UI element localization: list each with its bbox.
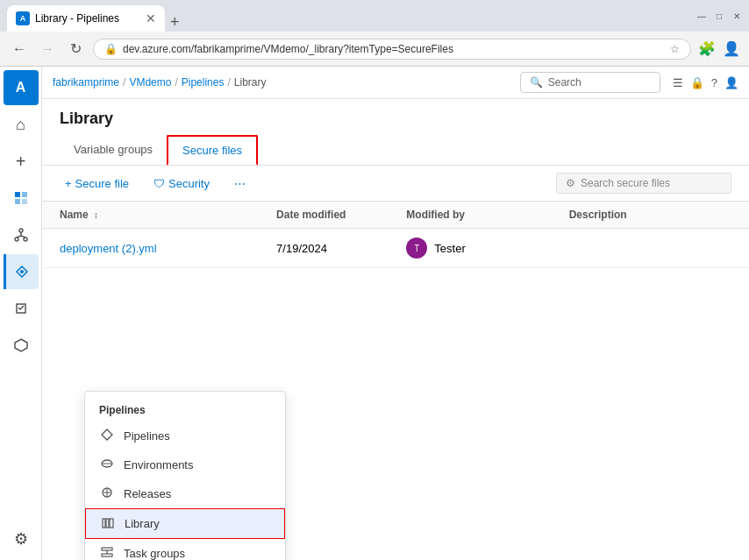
new-tab-button[interactable]: + (165, 13, 185, 32)
security-lock-icon: 🔒 (104, 43, 118, 55)
breadcrumb-sep-1: / (123, 76, 125, 89)
security-label: Security (168, 177, 210, 190)
vertical-nav: A ⌂ + ⚙ (0, 67, 42, 560)
filter-icon[interactable]: ☰ (673, 76, 683, 89)
menu-item-releases[interactable]: Releases (85, 479, 285, 508)
user-name: Tester (434, 242, 465, 255)
col-modified-by: Modified by (406, 209, 568, 221)
extensions-icon[interactable]: 🧩 (698, 40, 716, 57)
maximize-button[interactable]: □ (714, 11, 724, 21)
top-search-box[interactable]: 🔍 Search (520, 72, 660, 93)
more-icon: ⋯ (234, 177, 246, 190)
search-icon: ⚙ (566, 177, 575, 189)
top-bar: fabrikamprime / VMdemo / Pipelines / Lib… (42, 67, 749, 99)
search-icon: 🔍 (530, 76, 543, 89)
breadcrumb-vmdemo[interactable]: VMdemo (129, 76, 171, 89)
svg-point-10 (20, 270, 24, 273)
repos-icon[interactable] (4, 217, 39, 252)
svg-line-9 (21, 236, 25, 237)
tabs-bar: Variable groups Secure files (42, 135, 749, 166)
pipelines-icon[interactable] (4, 254, 39, 289)
menu-item-label: Pipelines (124, 429, 170, 443)
lock-icon[interactable]: 🔒 (690, 76, 704, 89)
breadcrumb-pipelines[interactable]: Pipelines (182, 76, 225, 89)
tab-title: Library - Pipelines (35, 12, 119, 25)
menu-item-label: Task groups (124, 547, 185, 560)
menu-item-label: Releases (124, 487, 171, 500)
svg-rect-17 (103, 519, 105, 528)
breadcrumb-sep-2: / (175, 76, 177, 89)
breadcrumb: fabrikamprime / VMdemo / Pipelines / Lib… (53, 76, 266, 89)
user-avatar: T (406, 237, 427, 259)
svg-rect-2 (15, 199, 20, 204)
task-groups-icon (99, 545, 115, 560)
menu-item-library[interactable]: Library (85, 508, 285, 539)
menu-item-label: Library (125, 517, 160, 530)
menu-section-title: Pipelines (85, 399, 285, 422)
menu-item-environments[interactable]: Environments (85, 450, 285, 479)
browser-tab[interactable]: A Library - Pipelines ✕ (7, 5, 165, 32)
col-date-modified: Date modified (276, 209, 406, 221)
azure-devops-logo[interactable]: A (4, 70, 39, 105)
modified-by: T Tester (406, 237, 568, 259)
menu-item-label: Environments (124, 458, 193, 471)
refresh-button[interactable]: ↻ (65, 39, 86, 60)
profile-icon[interactable]: 👤 (723, 40, 740, 57)
back-button[interactable]: ← (9, 39, 30, 60)
artifacts-icon[interactable] (4, 328, 39, 363)
security-button[interactable]: 🛡 Security (148, 174, 215, 194)
page-title: Library (42, 99, 749, 135)
breadcrumb-fabrikamprime[interactable]: fabrikamprime (53, 76, 119, 89)
breadcrumb-sep-3: / (227, 76, 230, 89)
search-placeholder: Search (548, 76, 581, 89)
title-bar: A Library - Pipelines ✕ + — □ ✕ (0, 0, 749, 32)
menu-item-task-groups[interactable]: Task groups (85, 539, 285, 560)
svg-rect-20 (102, 548, 112, 550)
date-modified: 7/19/2024 (276, 242, 406, 255)
svg-point-4 (19, 229, 23, 232)
pipelines-icon (99, 428, 115, 444)
minimize-button[interactable]: — (696, 11, 707, 21)
releases-icon (99, 486, 115, 502)
tab-variable-groups[interactable]: Variable groups (60, 136, 167, 165)
tab-close-btn[interactable]: ✕ (146, 12, 156, 25)
forward-button[interactable]: → (37, 39, 58, 60)
project-settings-icon[interactable]: ⚙ (4, 521, 39, 556)
svg-rect-19 (110, 519, 113, 528)
add-icon[interactable]: + (4, 144, 39, 179)
menu-item-pipelines[interactable]: Pipelines (85, 422, 285, 450)
svg-rect-1 (22, 192, 27, 197)
boards-icon[interactable] (4, 181, 39, 216)
url-bar[interactable]: 🔒 dev.azure.com/fabrikamprime/VMdemo/_li… (93, 39, 691, 60)
svg-rect-0 (15, 192, 20, 197)
svg-rect-18 (106, 519, 109, 528)
search-placeholder: Search secure files (581, 177, 670, 189)
pipelines-menu: Pipelines Pipelines Environments (84, 391, 286, 560)
close-button[interactable]: ✕ (731, 11, 742, 21)
svg-rect-21 (102, 554, 112, 556)
add-secure-file-label: Secure file (75, 177, 129, 190)
home-icon[interactable]: ⌂ (4, 107, 39, 142)
svg-line-8 (17, 236, 21, 237)
testplans-icon[interactable] (4, 291, 39, 326)
add-icon: + (65, 177, 72, 190)
col-name[interactable]: Name ↕ (60, 209, 276, 221)
bookmark-icon[interactable]: ☆ (670, 43, 680, 55)
svg-rect-3 (22, 199, 27, 204)
table-header: Name ↕ Date modified Modified by Descrip… (42, 202, 749, 229)
add-secure-file-button[interactable]: + Secure file (60, 174, 134, 194)
tab-favicon: A (16, 11, 30, 25)
address-bar: ← → ↻ 🔒 dev.azure.com/fabrikamprime/VMde… (0, 32, 749, 67)
file-name[interactable]: deployment (2).yml (60, 242, 276, 255)
action-toolbar: + Secure file 🛡 Security ⋯ ⚙ Search secu… (42, 166, 749, 202)
tab-secure-files[interactable]: Secure files (167, 135, 258, 166)
help-icon[interactable]: ? (711, 76, 717, 89)
environments-icon (99, 457, 115, 473)
search-secure-files-input[interactable]: ⚙ Search secure files (556, 173, 731, 194)
col-description: Description (569, 209, 731, 221)
more-actions-button[interactable]: ⋯ (229, 174, 251, 194)
library-icon (100, 515, 116, 532)
user-settings-icon[interactable]: 👤 (724, 76, 738, 89)
breadcrumb-library: Library (234, 76, 267, 89)
svg-marker-11 (15, 339, 27, 351)
